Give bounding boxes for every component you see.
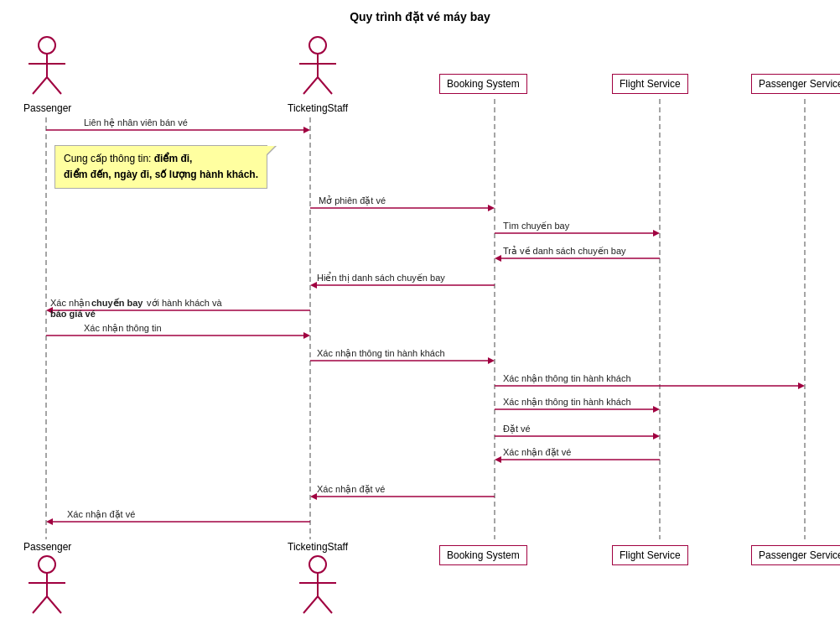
svg-marker-6 [303,127,310,133]
passenger-stick-top [24,34,70,101]
svg-marker-21 [46,307,53,314]
svg-marker-33 [798,382,805,389]
svg-text:Xác nhận thông tin hành khách: Xác nhận thông tin hành khách [503,397,631,408]
ticketing-label-top: TicketingStaff [288,102,348,114]
svg-marker-15 [495,255,501,262]
svg-text:Xác nhận đặt vé: Xác nhận đặt vé [317,484,385,495]
passenger-label-top: Passenger [23,102,71,114]
ticketing-stick-bottom [295,553,341,619]
svg-line-68 [303,596,318,613]
svg-text:chuyến bay: chuyến bay [91,298,143,308]
svg-marker-42 [495,456,501,463]
actor-ticketing-top: TicketingStaff [288,34,348,114]
passenger-stick-bottom [24,553,70,619]
svg-line-54 [47,77,61,94]
svg-point-50 [39,37,55,54]
svg-text:Liên hệ nhân viên bán vé: Liên hệ nhân viên bán vé [84,117,188,128]
svg-marker-45 [310,493,317,500]
svg-marker-9 [488,205,495,211]
actor-passenger-top: Passenger [23,34,71,114]
actor-ticketing-bottom: TicketingStaff [288,539,348,619]
svg-line-53 [33,77,47,94]
note-box: Cung cấp thông tin: điểm đi, điểm đến, n… [54,145,267,189]
booking-system-box-bottom: Booking System [439,545,527,565]
arrows-svg: Liên hệ nhân viên bán vé Mở phiên đặt vé… [0,0,840,619]
note-text-1: Cung cấp thông tin: điểm đi, [64,153,192,164]
svg-text:Tìm chuyến bay: Tìm chuyến bay [503,221,570,231]
svg-point-60 [39,556,55,573]
actor-passenger-bottom: Passenger [23,539,71,619]
svg-marker-30 [488,357,495,364]
svg-text:Hiển thị danh sách chuyến bay: Hiển thị danh sách chuyến bay [317,272,445,283]
svg-line-64 [47,596,61,613]
svg-text:Xác nhận thông tin: Xác nhận thông tin [84,323,162,334]
svg-text:Xác nhận: Xác nhận [50,298,90,309]
svg-text:Xác nhận thông tin hành khách: Xác nhận thông tin hành khách [503,373,631,384]
svg-text:Mở phiên đặt vé: Mở phiên đặt vé [319,195,386,206]
svg-marker-48 [46,518,53,525]
svg-marker-12 [653,230,660,237]
svg-marker-27 [303,332,310,339]
svg-text:Xác nhận đặt vé: Xác nhận đặt vé [503,447,571,458]
svg-text:Xác nhận thông tin hành khách: Xác nhận thông tin hành khách [317,348,445,359]
svg-text:báo giá vé: báo giá vé [50,309,96,319]
note-text-2: điểm đến, ngày đi, số lượng hành khách. [64,169,258,180]
svg-marker-39 [653,433,660,440]
svg-text:với hành khách và: với hành khách và [147,298,222,308]
svg-line-59 [318,77,332,94]
svg-point-55 [309,37,326,54]
svg-text:Trả về danh sách chuyến bay: Trả về danh sách chuyến bay [503,246,626,256]
svg-line-58 [303,77,318,94]
ticketing-stick-top [295,34,341,101]
sequence-diagram: Quy trình đặt vé máy bay Liên hệ nhân vi… [0,0,840,619]
ticketing-label-bottom: TicketingStaff [288,541,348,553]
svg-point-65 [309,556,326,573]
passenger-service-box-bottom: Passenger Service [751,545,840,565]
svg-text:Đặt vé: Đặt vé [503,424,531,434]
booking-system-box-top: Booking System [439,74,527,94]
flight-service-box-bottom: Flight Service [612,545,688,565]
svg-marker-18 [310,282,317,289]
svg-marker-36 [653,406,660,413]
svg-line-63 [33,596,47,613]
flight-service-box-top: Flight Service [612,74,688,94]
svg-text:Xác nhận đặt vé: Xác nhận đặt vé [67,509,135,520]
svg-line-69 [318,596,332,613]
passenger-label-bottom: Passenger [23,541,71,553]
diagram-title: Quy trình đặt vé máy bay [0,10,840,23]
passenger-service-box-top: Passenger Service [751,74,840,94]
